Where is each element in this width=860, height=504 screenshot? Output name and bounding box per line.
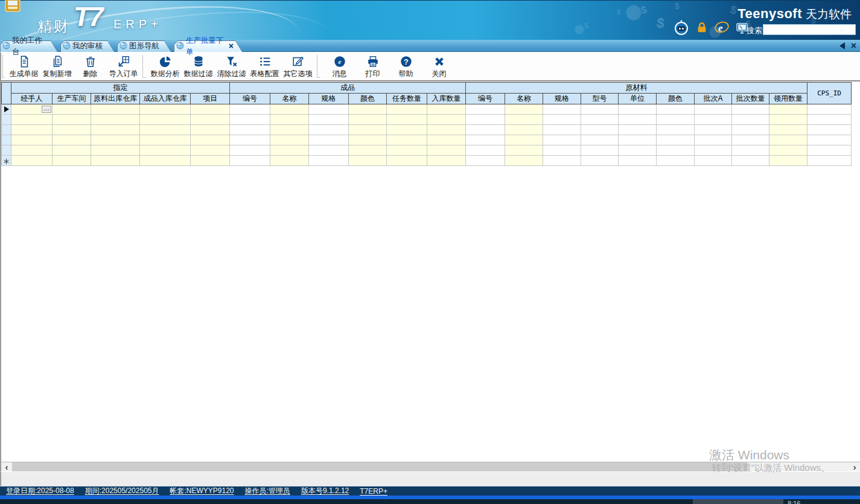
- cell-material-model[interactable]: [581, 156, 619, 166]
- cell-handler[interactable]: [11, 145, 53, 156]
- row-selector-cell[interactable]: [2, 135, 11, 145]
- cell-inbound-quantity[interactable]: [427, 115, 466, 125]
- cell-task-quantity[interactable]: [387, 156, 427, 166]
- cell-material-model[interactable]: [581, 104, 619, 115]
- cell-material-spec[interactable]: [543, 156, 581, 166]
- cell-finished-goods-in-warehouse[interactable]: [140, 156, 191, 166]
- cell-material-unit[interactable]: [619, 125, 657, 135]
- cell-material-model[interactable]: [581, 135, 619, 145]
- message-button[interactable]: e消息: [323, 53, 356, 80]
- search-input[interactable]: [763, 24, 856, 35]
- cell-requisition-quantity[interactable]: [769, 104, 807, 115]
- cell-inbound-quantity[interactable]: [427, 104, 466, 115]
- cell-task-quantity[interactable]: [387, 104, 427, 115]
- tab-my-audit[interactable]: 我的审核: [60, 40, 115, 52]
- cell-requisition-quantity[interactable]: [769, 125, 807, 135]
- cell-project[interactable]: [191, 125, 230, 135]
- cell-material-unit[interactable]: [619, 156, 657, 166]
- cell-production-workshop[interactable]: [53, 125, 91, 135]
- cell-project[interactable]: [191, 104, 230, 115]
- other-options-button[interactable]: 其它选项: [281, 53, 314, 80]
- cell-material-code[interactable]: [466, 145, 505, 156]
- toolbar-gripper[interactable]: [2, 55, 5, 78]
- cell-handler[interactable]: [11, 135, 53, 145]
- tabstrip-close-icon[interactable]: ×: [851, 42, 856, 50]
- cell-handler[interactable]: [11, 115, 53, 125]
- cell-material-code[interactable]: [466, 125, 505, 135]
- cell-handler[interactable]: [11, 156, 53, 166]
- cell-batch-a[interactable]: [695, 115, 732, 125]
- cell-production-workshop[interactable]: [53, 156, 91, 166]
- cell-material-name[interactable]: [505, 135, 543, 145]
- import-order-button[interactable]: 导入订单: [107, 53, 140, 80]
- scroll-left-arrow-icon[interactable]: ‹: [1, 462, 12, 471]
- cell-material-color[interactable]: [657, 125, 695, 135]
- tab-my-workbench[interactable]: 我的工作台: [0, 40, 58, 52]
- cell-batch-quantity[interactable]: [732, 104, 769, 115]
- cell-batch-quantity[interactable]: [732, 145, 769, 156]
- cell-handler[interactable]: …: [11, 104, 53, 115]
- row-selector-cell[interactable]: [2, 156, 11, 166]
- cell-material-unit[interactable]: [619, 115, 657, 125]
- cell-project[interactable]: [191, 145, 230, 156]
- cell-batch-quantity[interactable]: [732, 156, 769, 166]
- cell-batch-quantity[interactable]: [732, 135, 769, 145]
- cell-cps-id[interactable]: [807, 115, 852, 125]
- cell-project[interactable]: [191, 115, 230, 125]
- cell-raw-material-out-warehouse[interactable]: [91, 104, 140, 115]
- cell-product-code[interactable]: [230, 125, 270, 135]
- cell-product-color[interactable]: [349, 115, 387, 125]
- cell-material-color[interactable]: [657, 115, 695, 125]
- cell-task-quantity[interactable]: [387, 145, 427, 156]
- cell-material-model[interactable]: [581, 125, 619, 135]
- cell-material-color[interactable]: [657, 156, 695, 166]
- cell-inbound-quantity[interactable]: [427, 145, 466, 156]
- cell-material-unit[interactable]: [619, 135, 657, 145]
- row-selector-cell[interactable]: [2, 145, 11, 156]
- cell-material-code[interactable]: [466, 115, 505, 125]
- cell-batch-a[interactable]: [695, 125, 732, 135]
- cell-batch-a[interactable]: [695, 156, 732, 166]
- cell-cps-id[interactable]: [807, 104, 852, 115]
- cell-product-spec[interactable]: [309, 135, 349, 145]
- cell-material-code[interactable]: [466, 135, 505, 145]
- tab-graphic-navigation[interactable]: 图形导航: [117, 40, 171, 52]
- cell-material-spec[interactable]: [543, 145, 581, 156]
- cell-product-color[interactable]: [349, 145, 387, 156]
- cell-material-color[interactable]: [657, 135, 695, 145]
- cell-material-name[interactable]: [505, 104, 543, 115]
- lock-icon[interactable]: [695, 21, 709, 37]
- tab-close-icon[interactable]: ×: [229, 41, 234, 51]
- cell-batch-a[interactable]: [695, 104, 732, 115]
- cell-cps-id[interactable]: [807, 145, 852, 156]
- cell-production-workshop[interactable]: [53, 115, 91, 125]
- cell-material-name[interactable]: [505, 156, 543, 166]
- cell-finished-goods-in-warehouse[interactable]: [140, 115, 191, 125]
- cell-raw-material-out-warehouse[interactable]: [91, 145, 140, 156]
- cell-product-color[interactable]: [349, 156, 387, 166]
- cell-batch-quantity[interactable]: [732, 115, 769, 125]
- cell-batch-a[interactable]: [695, 145, 732, 156]
- cell-product-color[interactable]: [349, 135, 387, 145]
- cell-production-workshop[interactable]: [53, 135, 91, 145]
- cell-product-name[interactable]: [270, 135, 309, 145]
- cell-product-name[interactable]: [270, 104, 309, 115]
- cell-raw-material-out-warehouse[interactable]: [91, 125, 140, 135]
- cell-cps-id[interactable]: [807, 156, 852, 166]
- cell-material-color[interactable]: [657, 145, 695, 156]
- row-selector-cell[interactable]: [2, 115, 11, 125]
- cell-product-spec[interactable]: [309, 125, 349, 135]
- cell-product-code[interactable]: [230, 145, 270, 156]
- lookup-ellipsis-button[interactable]: …: [42, 106, 51, 113]
- cell-cps-id[interactable]: [807, 135, 852, 145]
- cell-inbound-quantity[interactable]: [427, 135, 466, 145]
- cell-material-unit[interactable]: [619, 104, 657, 115]
- cell-material-model[interactable]: [581, 145, 619, 156]
- cell-production-workshop[interactable]: [53, 145, 91, 156]
- table-config-button[interactable]: 表格配置: [248, 53, 281, 80]
- help-button[interactable]: ?帮助: [389, 53, 422, 80]
- cell-material-spec[interactable]: [543, 135, 581, 145]
- cell-product-code[interactable]: [230, 115, 270, 125]
- tab-scroll-left-icon[interactable]: [839, 42, 845, 49]
- cell-task-quantity[interactable]: [387, 115, 427, 125]
